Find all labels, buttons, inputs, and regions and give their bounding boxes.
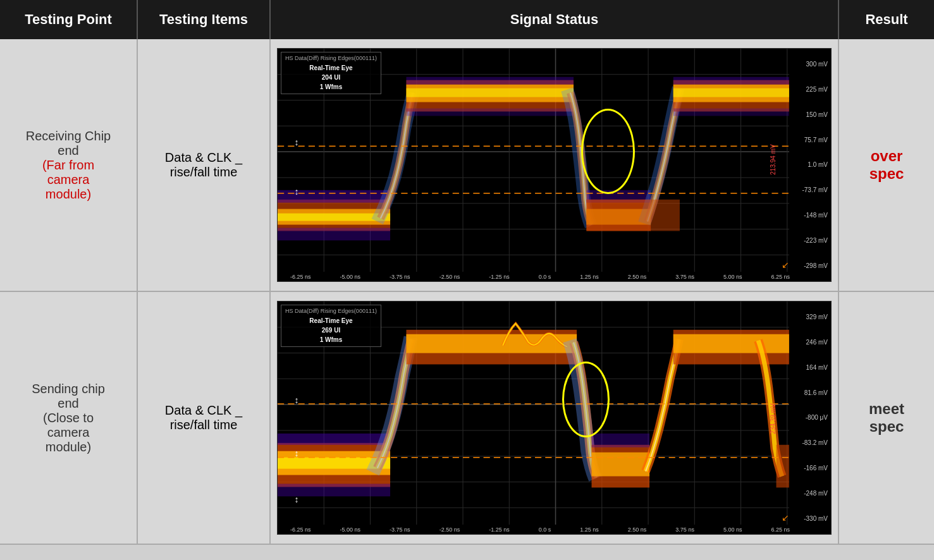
table-row: Sending chip end (Close to camera module…	[0, 292, 934, 545]
svg-rect-64	[278, 434, 390, 445]
scope-title-1: HS Data(Diff) Rising Edges(000111)	[285, 307, 377, 316]
svg-rect-67	[406, 334, 577, 353]
result-cell-1: meet spec	[839, 292, 934, 544]
result-text-0: over spec	[869, 147, 904, 183]
testing-point-text-1: Sending chip end (Close to camera module…	[32, 382, 105, 454]
meas-arrow-top-1: ↕	[292, 395, 302, 414]
scale-label: -223 mV	[791, 237, 830, 244]
scope-wfms-1: 1 Wfms	[285, 335, 377, 344]
scale-label: 1.0 mV	[791, 161, 830, 168]
signal-status-cell-1: HS Data(Diff) Rising Edges(000111) Real-…	[271, 292, 839, 544]
scope-ui-1: 269 UI	[285, 326, 377, 335]
scale-label: -298 mV	[791, 262, 830, 269]
svg-rect-69	[592, 453, 650, 477]
time-label: 1.25 ns	[580, 527, 599, 533]
corner-arrow-1: ↙	[782, 513, 789, 523]
time-labels-0: -6.25 ns-5.00 ns-3.75 ns-2.50 ns-1.25 ns…	[290, 274, 790, 280]
testing-point-cell-1: Sending chip end (Close to camera module…	[0, 292, 138, 544]
scale-label: 81.6 mV	[791, 389, 830, 396]
scope-ui-0: 204 UI	[285, 73, 377, 82]
time-label: -1.25 ns	[489, 527, 510, 533]
meas-arrow-extra-1: ↕	[292, 494, 302, 507]
table-header: Testing Point Testing Items Signal Statu…	[0, 0, 934, 39]
scale-label: 246 mV	[791, 339, 830, 346]
scope-title-0: HS Data(Diff) Rising Edges(000111)	[285, 54, 377, 63]
result-cell-0: over spec	[839, 39, 934, 291]
meas-arrow-top-0: ↕	[292, 137, 302, 156]
scope-mode-0: Real-Time Eye	[285, 63, 377, 73]
svg-rect-73	[777, 445, 789, 488]
scope-info-0: HS Data(Diff) Rising Edges(000111) Real-…	[281, 52, 381, 94]
oscilloscope-0: HS Data(Diff) Rising Edges(000111) Real-…	[277, 48, 832, 282]
testing-items-cell-0: Data & CLK _ rise/fall time	[138, 39, 271, 291]
testing-items-text-0: Data & CLK _ rise/fall time	[144, 150, 263, 180]
svg-rect-38	[586, 200, 680, 231]
table-row: Receiving Chip end (Far from camera modu…	[0, 39, 934, 292]
svg-rect-29	[406, 108, 574, 116]
time-label: 6.25 ns	[771, 274, 790, 280]
svg-rect-70	[592, 434, 650, 447]
time-label: -6.25 ns	[290, 527, 311, 533]
meas-arrow-bot-1: ↕	[292, 448, 302, 467]
result-text-1: meet spec	[869, 400, 904, 435]
time-label: 5.00 ns	[723, 274, 742, 280]
time-label: 5.00 ns	[723, 527, 742, 533]
time-label: -5.00 ns	[340, 527, 361, 533]
scale-label: 75.7 mV	[791, 137, 830, 143]
time-label: -2.50 ns	[439, 527, 460, 533]
signal-status-cell-0: HS Data(Diff) Rising Edges(000111) Real-…	[271, 39, 839, 291]
time-label: -3.75 ns	[390, 274, 410, 280]
scale-label: 300 mV	[791, 61, 830, 68]
testing-items-text-1: Data & CLK _ rise/fall time	[144, 403, 263, 432]
scope-wfms-0: 1 Wfms	[285, 82, 377, 92]
scope-mode-1: Real-Time Eye	[285, 316, 377, 326]
scope-info-1: HS Data(Diff) Rising Edges(000111) Real-…	[281, 305, 381, 347]
time-label: 0.0 s	[539, 527, 551, 533]
time-label: -1.25 ns	[489, 274, 510, 280]
oscilloscope-1: HS Data(Diff) Rising Edges(000111) Real-…	[277, 301, 832, 535]
corner-arrow-0: ↙	[782, 260, 789, 270]
time-label: -6.25 ns	[290, 274, 311, 280]
testing-items-cell-1: Data & CLK _ rise/fall time	[138, 292, 271, 544]
scale-label: -330 mV	[791, 515, 830, 522]
testing-point-cell-0: Receiving Chip end (Far from camera modu…	[0, 39, 138, 291]
time-label: 3.75 ns	[675, 274, 694, 280]
scale-label: -248 mV	[791, 490, 830, 497]
time-label: 2.50 ns	[628, 527, 647, 533]
time-label: 1.25 ns	[580, 274, 599, 280]
header-testing-items: Testing Items	[138, 0, 271, 39]
time-label: 0.0 s	[539, 274, 551, 280]
time-labels-1: -6.25 ns-5.00 ns-3.75 ns-2.50 ns-1.25 ns…	[290, 527, 790, 533]
scale-label: -73.7 mV	[791, 186, 830, 193]
annotation-circle-1	[562, 362, 610, 437]
svg-rect-37	[673, 108, 789, 116]
scale-label: -166 mV	[791, 465, 830, 472]
svg-rect-28	[406, 77, 574, 85]
scale-label: 329 mV	[791, 313, 830, 320]
meas-value-0: 213.94 mV	[769, 144, 776, 174]
scale-label: -148 mV	[791, 212, 830, 219]
scale-label: 150 mV	[791, 111, 830, 118]
svg-rect-24	[278, 228, 390, 240]
header-testing-point: Testing Point	[0, 0, 138, 39]
scale-label: -83.2 mV	[791, 439, 830, 446]
svg-rect-35	[673, 88, 789, 97]
svg-rect-72	[673, 334, 789, 353]
scale-labels-0: 300 mV225 mV150 mV75.7 mV1.0 mV-73.7 mV-…	[790, 49, 831, 281]
scale-label: 164 mV	[791, 364, 830, 371]
header-signal-status: Signal Status	[271, 0, 839, 39]
annotation-circle-0	[581, 109, 635, 194]
scale-label: -800 μV	[791, 414, 830, 421]
header-result: Result	[839, 0, 934, 39]
scale-labels-1: 329 mV246 mV164 mV81.6 mV-800 μV-83.2 mV…	[790, 301, 831, 534]
meas-value-1: 234.39 mV	[769, 403, 776, 434]
time-label: -5.00 ns	[340, 274, 361, 280]
svg-rect-27	[406, 88, 574, 97]
meas-arrow-bot-0: ↕	[292, 186, 302, 205]
svg-rect-36	[673, 77, 789, 85]
testing-point-text-0: Receiving Chip end (Far from camera modu…	[26, 129, 111, 202]
time-label: 6.25 ns	[771, 527, 790, 533]
time-label: 2.50 ns	[628, 274, 647, 280]
time-label: 3.75 ns	[675, 527, 694, 533]
scale-label: 225 mV	[791, 86, 830, 93]
